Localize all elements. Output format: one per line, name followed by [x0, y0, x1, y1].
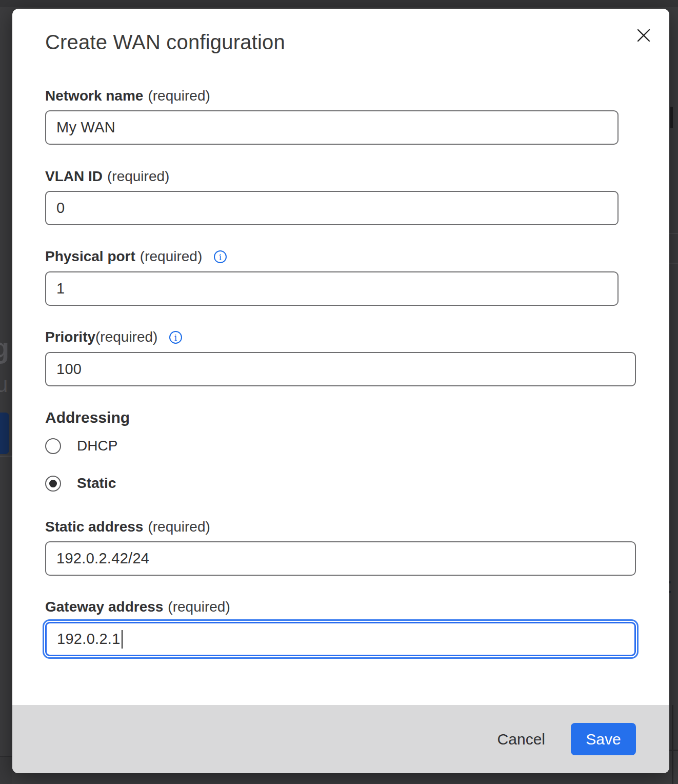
gateway-address-value: 192.0.2.1	[57, 631, 121, 648]
vlan-id-input[interactable]: 0	[45, 191, 619, 225]
radio-label: DHCP	[77, 438, 117, 454]
background-fragment: u	[0, 373, 8, 397]
radio-selected-icon	[45, 476, 61, 492]
svg-text:i: i	[219, 252, 222, 262]
radio-option-static[interactable]: Static	[45, 475, 116, 492]
background-fragment: g	[0, 331, 9, 364]
close-icon	[636, 28, 651, 45]
svg-text:i: i	[174, 332, 177, 343]
background-divider	[672, 705, 673, 784]
vlan-id-label: VLAN ID(required)	[45, 166, 169, 187]
background-fragment	[670, 107, 673, 128]
background-divider	[669, 263, 678, 264]
background-divider	[669, 750, 678, 751]
background-button-fragment	[0, 413, 9, 454]
info-icon[interactable]: i	[169, 329, 183, 350]
background-divider	[669, 233, 678, 234]
static-address-input[interactable]: 192.0.2.42/24	[45, 541, 636, 576]
addressing-heading: Addressing	[45, 407, 130, 428]
dialog-title: Create WAN configuration	[45, 29, 285, 55]
gateway-address-input[interactable]: 192.0.2.1	[45, 622, 636, 656]
priority-value: 100	[56, 361, 82, 378]
physical-port-input[interactable]: 1	[45, 271, 619, 306]
info-icon[interactable]: i	[213, 249, 227, 269]
priority-input[interactable]: 100	[45, 352, 636, 386]
background-fragment	[0, 756, 12, 784]
cancel-button[interactable]: Cancel	[497, 731, 545, 748]
dialog-footer: Cancel Save	[12, 705, 669, 773]
text-cursor	[122, 630, 123, 649]
network-name-label: Network name(required)	[45, 86, 210, 106]
background-divider	[0, 456, 12, 457]
physical-port-value: 1	[56, 280, 65, 297]
gateway-address-label: Gateway address(required)	[45, 597, 230, 617]
static-address-label: Static address(required)	[45, 517, 210, 537]
static-address-value: 192.0.2.42/24	[56, 550, 149, 567]
radio-option-dhcp[interactable]: DHCP	[45, 438, 117, 454]
network-name-value: My WAN	[56, 119, 115, 136]
vlan-id-value: 0	[56, 200, 65, 217]
priority-label: Priority(required)i	[45, 327, 183, 350]
physical-port-label: Physical port(required)i	[45, 246, 227, 269]
create-wan-configuration-dialog: Create WAN configuration Network name(re…	[12, 9, 669, 773]
radio-unselected-icon	[45, 438, 61, 454]
save-button[interactable]: Save	[571, 723, 636, 755]
close-button[interactable]	[633, 25, 654, 47]
network-name-input[interactable]: My WAN	[45, 110, 619, 145]
background-top-strip	[0, 0, 678, 7]
radio-label: Static	[77, 475, 116, 492]
